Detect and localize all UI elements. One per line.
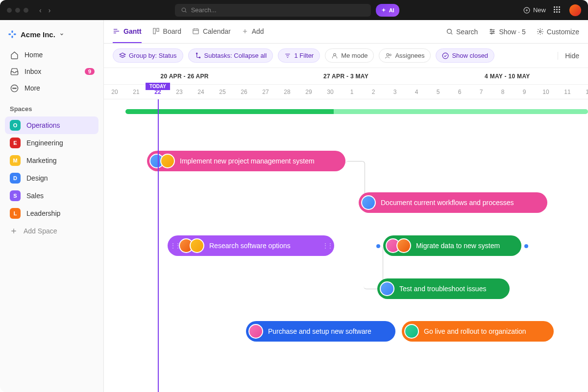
tab-add-view[interactable]: Add — [242, 20, 264, 43]
tab-gantt[interactable]: Gantt — [113, 20, 142, 43]
new-button[interactable]: New — [523, 6, 546, 14]
search-input[interactable]: Search... — [175, 4, 371, 17]
week-header: 4 MAY - 10 MAY — [427, 68, 588, 84]
svg-rect-12 — [193, 29, 198, 34]
day-header-row: 2021222324252627282930123456789101112 — [104, 85, 588, 99]
day-header[interactable]: 12 — [578, 85, 588, 99]
top-bar: ‹ › Search... AI New — [0, 0, 588, 20]
avatar[interactable] — [404, 324, 419, 339]
day-header[interactable]: 10 — [535, 85, 557, 99]
space-item-marketing[interactable]: MMarketing — [5, 152, 98, 169]
day-header[interactable]: 27 — [255, 85, 276, 99]
day-header[interactable]: 23 — [169, 85, 190, 99]
gear-icon — [537, 28, 544, 35]
day-header[interactable]: 6 — [449, 85, 470, 99]
svg-rect-3 — [12, 36, 13, 38]
day-header[interactable]: 3 — [384, 85, 406, 99]
day-header[interactable]: 1 — [341, 85, 363, 99]
nav-back[interactable]: ‹ — [39, 6, 42, 14]
task-name: Purchase and setup new software — [268, 327, 371, 335]
day-header[interactable]: 26 — [233, 85, 255, 99]
nav-more[interactable]: More — [5, 80, 98, 96]
svg-point-14 — [490, 29, 492, 31]
day-header[interactable]: 21 — [125, 85, 147, 99]
task-bar[interactable]: Migrate data to new system — [383, 235, 521, 256]
workspace-switcher[interactable]: Acme Inc. — [5, 27, 98, 46]
avatar[interactable] — [361, 195, 376, 210]
day-header[interactable]: 4 — [406, 85, 427, 99]
hide-button[interactable]: Hide — [558, 52, 579, 60]
svg-rect-4 — [9, 34, 11, 35]
task-bar[interactable]: Test and troubleshoot issues — [377, 278, 510, 299]
avatar[interactable] — [248, 324, 263, 339]
svg-point-7 — [12, 88, 13, 88]
week-header: 27 APR - 3 MAY — [265, 68, 426, 84]
day-header[interactable]: 2 — [363, 85, 384, 99]
nav-forward[interactable]: › — [49, 6, 51, 14]
avatar[interactable] — [160, 154, 175, 168]
user-avatar[interactable] — [569, 4, 581, 16]
gantt-area[interactable]: Implement new project management systemD… — [104, 99, 588, 392]
day-header[interactable]: 9 — [514, 85, 535, 99]
day-header[interactable]: 29 — [298, 85, 319, 99]
ai-button[interactable]: AI — [376, 4, 399, 17]
task-bar[interactable]: Purchase and setup new software — [246, 321, 395, 342]
day-header[interactable]: 5 — [427, 85, 449, 99]
svg-point-8 — [14, 88, 14, 88]
svg-point-19 — [196, 53, 197, 54]
close-window[interactable] — [7, 8, 12, 13]
space-badge: L — [10, 208, 21, 219]
filter-pill[interactable]: 1 Filter — [278, 48, 320, 63]
day-header[interactable]: 25 — [212, 85, 233, 99]
avatar[interactable] — [396, 238, 411, 253]
day-header[interactable]: 24 — [190, 85, 212, 99]
search-view-button[interactable]: Search — [446, 28, 478, 36]
day-header[interactable]: 28 — [276, 85, 298, 99]
calendar-icon — [192, 27, 199, 35]
apps-icon[interactable] — [554, 6, 562, 14]
avatar[interactable] — [190, 238, 204, 253]
space-label: Engineering — [26, 139, 63, 147]
space-badge: D — [10, 173, 21, 184]
minimize-window[interactable] — [15, 8, 20, 13]
maximize-window[interactable] — [24, 8, 28, 13]
drag-handle-icon[interactable]: ⋮⋮ — [322, 242, 326, 249]
day-header[interactable]: 30 — [319, 85, 341, 99]
nav-inbox[interactable]: Inbox 9 — [5, 63, 98, 80]
nav-home[interactable]: Home — [5, 46, 98, 63]
more-icon — [10, 84, 19, 92]
subtasks-icon — [195, 52, 201, 59]
day-header[interactable]: 8 — [492, 85, 514, 99]
space-item-leadership[interactable]: LLeadership — [5, 205, 98, 222]
show-columns-button[interactable]: Show · 5 — [489, 28, 525, 36]
space-item-design[interactable]: DDesign — [5, 169, 98, 187]
check-circle-icon — [442, 52, 449, 59]
customize-button[interactable]: Customize — [537, 28, 579, 36]
space-item-sales[interactable]: SSales — [5, 187, 98, 205]
home-icon — [10, 50, 19, 59]
add-space-button[interactable]: Add Space — [5, 222, 98, 240]
task-avatars — [386, 238, 411, 253]
svg-rect-2 — [12, 31, 13, 33]
task-name: Go live and rollout to organization — [424, 327, 526, 335]
plus-icon — [10, 227, 18, 235]
me-mode-pill[interactable]: Me mode — [325, 48, 374, 63]
today-marker: TODAY — [146, 83, 170, 90]
task-bar[interactable]: Go live and rollout to organization — [402, 321, 554, 342]
day-header[interactable]: 11 — [557, 85, 578, 99]
space-item-operations[interactable]: OOperations — [5, 116, 98, 134]
day-header[interactable]: 20 — [104, 85, 125, 99]
group-by-pill[interactable]: Group by: Status — [113, 48, 183, 63]
space-item-engineering[interactable]: EEngineering — [5, 134, 98, 152]
tab-board[interactable]: Board — [152, 20, 181, 43]
tab-calendar[interactable]: Calendar — [192, 20, 231, 43]
show-closed-pill[interactable]: Show closed — [436, 48, 494, 63]
task-bar[interactable]: Document current workflows and processes — [359, 192, 547, 213]
day-header[interactable]: 7 — [470, 85, 492, 99]
task-bar[interactable]: ⋮⋮Research software options⋮⋮ — [168, 235, 334, 256]
drag-handle-icon[interactable]: ⋮⋮ — [170, 242, 174, 249]
avatar[interactable] — [380, 281, 394, 296]
task-bar[interactable]: Implement new project management system — [147, 151, 345, 171]
subtasks-pill[interactable]: Subtasks: Collapse all — [188, 48, 273, 63]
assignees-pill[interactable]: Assignees — [379, 48, 431, 63]
